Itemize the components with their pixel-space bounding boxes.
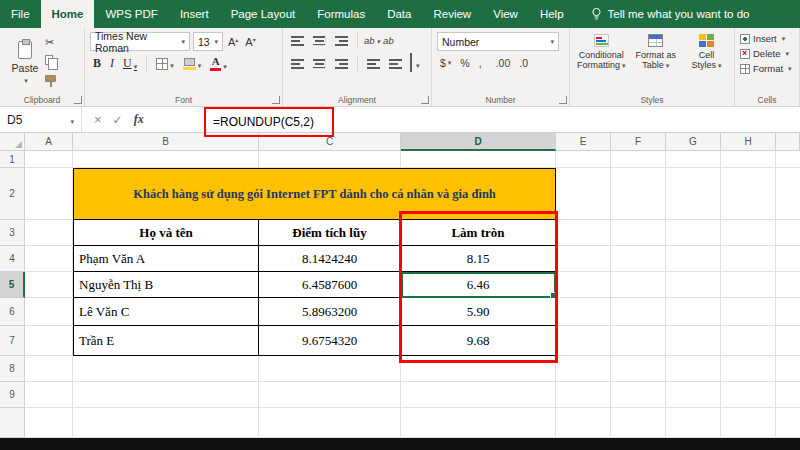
fill-color-button[interactable] — [180, 57, 205, 71]
empty-cell[interactable] — [721, 408, 776, 438]
empty-cell[interactable] — [776, 220, 800, 246]
empty-cell[interactable] — [721, 272, 776, 298]
empty-cell[interactable] — [611, 326, 666, 356]
tab-wps-pdf[interactable]: WPS PDF — [94, 0, 168, 28]
insert-function-button[interactable]: fx — [134, 112, 144, 127]
empty-cell[interactable] — [721, 326, 776, 356]
align-right-icon[interactable] — [335, 58, 348, 69]
empty-cell[interactable] — [73, 356, 259, 382]
cell-b5[interactable]: Nguyễn Thị B — [73, 272, 259, 298]
row-header-9[interactable]: 9 — [0, 382, 25, 408]
cell-b7[interactable]: Trần E — [73, 326, 259, 356]
format-as-table-button[interactable]: Format as Table — [629, 34, 681, 71]
formula-input[interactable]: =ROUNDUP(C5,2) — [213, 115, 314, 129]
empty-cell[interactable] — [25, 298, 73, 326]
increase-font-button[interactable]: A — [226, 36, 240, 48]
empty-cell[interactable] — [25, 151, 73, 168]
cell-c7[interactable]: 9.6754320 — [259, 326, 401, 356]
enter-button[interactable]: ✓ — [113, 113, 123, 127]
row-header-10[interactable] — [0, 408, 25, 438]
row-header-4[interactable]: 4 — [0, 246, 25, 272]
column-header-h[interactable]: H — [721, 133, 776, 151]
empty-cell[interactable] — [25, 272, 73, 298]
column-header-e[interactable]: E — [556, 133, 611, 151]
empty-cell[interactable] — [25, 326, 73, 356]
orientation-button[interactable]: ab — [364, 35, 380, 46]
font-dialog-launcher-icon[interactable] — [272, 96, 280, 104]
row-header-8[interactable]: 8 — [0, 356, 25, 382]
empty-cell[interactable] — [25, 246, 73, 272]
empty-cell[interactable] — [556, 408, 611, 438]
underline-button[interactable]: U — [120, 55, 140, 72]
tab-review[interactable]: Review — [422, 0, 482, 28]
empty-cell[interactable] — [25, 220, 73, 246]
copy-button[interactable] — [45, 53, 59, 67]
empty-cell[interactable] — [25, 356, 73, 382]
tab-page-layout[interactable]: Page Layout — [220, 0, 307, 28]
column-header-f[interactable]: F — [611, 133, 666, 151]
empty-cell[interactable] — [721, 246, 776, 272]
empty-cell[interactable] — [776, 298, 800, 326]
empty-cell[interactable] — [611, 272, 666, 298]
cell-c3-header[interactable]: Điểm tích lũy — [259, 220, 401, 246]
empty-cell[interactable] — [25, 382, 73, 408]
increase-indent-icon[interactable] — [389, 58, 402, 69]
delete-cells-button[interactable]: Delete — [740, 48, 794, 59]
empty-cell[interactable] — [611, 246, 666, 272]
insert-cells-button[interactable]: Insert — [740, 33, 794, 44]
empty-cell[interactable] — [556, 246, 611, 272]
decrease-indent-icon[interactable] — [367, 58, 380, 69]
font-color-button[interactable]: A — [207, 55, 230, 72]
empty-cell[interactable] — [666, 151, 721, 168]
empty-cell[interactable] — [73, 382, 259, 408]
wrap-text-button[interactable]: ab — [383, 35, 394, 46]
format-cells-button[interactable]: Format — [740, 63, 794, 74]
empty-cell[interactable] — [721, 220, 776, 246]
font-family-select[interactable]: Times New Roman — [90, 32, 190, 51]
number-dialog-launcher-icon[interactable] — [559, 96, 567, 104]
row-header-6[interactable]: 6 — [0, 298, 25, 326]
tab-help[interactable]: Help — [529, 0, 575, 28]
empty-cell[interactable] — [73, 151, 259, 168]
empty-cell[interactable] — [556, 356, 611, 382]
empty-cell[interactable] — [666, 220, 721, 246]
empty-cell[interactable] — [556, 151, 611, 168]
empty-cell[interactable] — [556, 382, 611, 408]
column-header-a[interactable]: A — [25, 133, 73, 151]
row-header-3[interactable]: 3 — [0, 220, 25, 246]
cell-styles-button[interactable]: Cell Styles — [684, 34, 729, 71]
clipboard-dialog-launcher-icon[interactable] — [74, 96, 82, 104]
row-header-7[interactable]: 7 — [0, 326, 25, 356]
empty-cell[interactable] — [776, 408, 800, 438]
merge-center-button[interactable] — [408, 54, 420, 72]
empty-cell[interactable] — [776, 246, 800, 272]
empty-cell[interactable] — [721, 151, 776, 168]
format-painter-button[interactable] — [45, 71, 59, 85]
empty-cell[interactable] — [721, 356, 776, 382]
empty-cell[interactable] — [259, 356, 401, 382]
tab-formulas[interactable]: Formulas — [306, 0, 376, 28]
empty-cell[interactable] — [666, 272, 721, 298]
align-bottom-icon[interactable] — [335, 35, 348, 46]
comma-style-button[interactable]: , — [476, 56, 490, 70]
cell-c6[interactable]: 5.8963200 — [259, 298, 401, 326]
empty-cell[interactable] — [401, 408, 556, 438]
alignment-dialog-launcher-icon[interactable] — [421, 96, 429, 104]
empty-cell[interactable] — [73, 408, 259, 438]
decrease-decimal-button[interactable]: .0 — [516, 56, 531, 70]
tab-data[interactable]: Data — [376, 0, 422, 28]
decrease-font-button[interactable]: A — [243, 36, 257, 48]
tab-insert[interactable]: Insert — [169, 0, 220, 28]
cell-b3-header[interactable]: Họ và tên — [73, 220, 259, 246]
empty-cell[interactable] — [666, 356, 721, 382]
empty-cell[interactable] — [666, 408, 721, 438]
bold-button[interactable]: B — [90, 55, 104, 72]
align-middle-icon[interactable] — [313, 35, 326, 46]
cut-button[interactable]: ✂ — [45, 35, 59, 49]
empty-cell[interactable] — [25, 408, 73, 438]
number-format-select[interactable]: Number — [437, 32, 559, 51]
percent-style-button[interactable]: % — [457, 56, 472, 70]
empty-cell[interactable] — [556, 168, 611, 220]
align-left-icon[interactable] — [291, 58, 304, 69]
cell-b4[interactable]: Phạm Văn A — [73, 246, 259, 272]
